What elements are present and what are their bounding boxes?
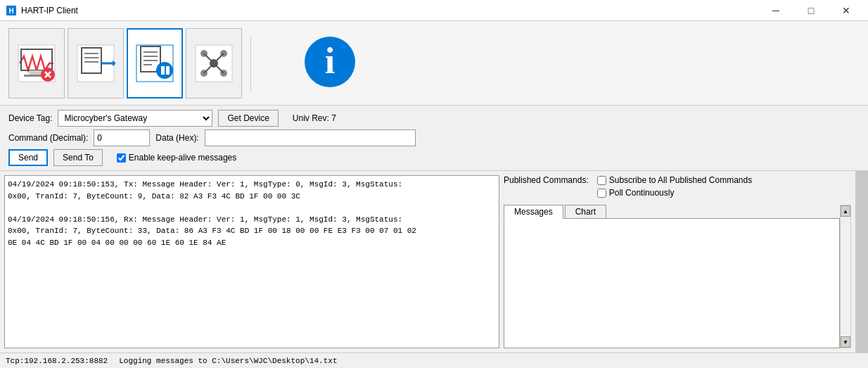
right-panel-inner: Messages Chart ▲ ▼ xyxy=(504,205,851,348)
command-label: Command (Decimal): xyxy=(8,133,88,143)
published-checkboxes: Subscribe to All Published Commands Poll… xyxy=(597,175,752,198)
form-area: Device Tag: Microcyber's Gateway Get Dev… xyxy=(0,106,868,171)
svg-rect-10 xyxy=(82,48,101,73)
scroll-thumb xyxy=(841,217,850,336)
poll-row: Poll Continuously xyxy=(597,188,752,198)
tab-messages[interactable]: Messages xyxy=(504,205,563,219)
device-tag-select[interactable]: Microcyber's Gateway xyxy=(58,110,212,127)
right-scrollbar[interactable]: ▲ ▼ xyxy=(840,205,851,348)
right-panel: Published Commands: Subscribe to All Pub… xyxy=(504,171,855,353)
device-tag-label: Device Tag: xyxy=(8,113,52,123)
command-input[interactable] xyxy=(94,129,150,146)
subscribe-row: Subscribe to All Published Commands xyxy=(597,175,752,185)
network-icon xyxy=(194,44,234,83)
scroll-up-arrow[interactable]: ▲ xyxy=(841,205,850,217)
keep-alive-checkbox[interactable] xyxy=(117,153,126,163)
close-button[interactable]: ✕ xyxy=(830,0,862,21)
info-icon: i xyxy=(302,34,358,90)
svg-rect-24 xyxy=(166,66,170,75)
log-line-6: 0E 04 4C BD 1F 00 04 00 00 00 60 1E 60 1… xyxy=(8,237,496,249)
data-hex-input[interactable] xyxy=(205,129,416,146)
data-hex-label: Data (Hex): xyxy=(155,133,198,143)
subscribe-checkbox[interactable] xyxy=(597,176,606,185)
log-line-4: 04/19/2024 09:18:50:156, Rx: Message Hea… xyxy=(8,214,496,226)
tabs-container: Messages Chart xyxy=(504,205,840,219)
univ-rev-label: Univ Rev: 7 xyxy=(293,113,336,123)
app-icon: H xyxy=(6,5,17,16)
svg-rect-23 xyxy=(161,66,165,75)
send-to-button[interactable]: Send To xyxy=(53,149,103,166)
device-tag-row: Device Tag: Microcyber's Gateway Get Dev… xyxy=(8,110,860,127)
scroll-down-arrow[interactable]: ▼ xyxy=(841,336,850,348)
keep-alive-label: Enable keep-alive messages xyxy=(129,153,236,163)
published-commands-label: Published Commands: xyxy=(504,175,589,185)
published-row: Published Commands: Subscribe to All Pub… xyxy=(504,175,851,202)
keep-alive-row: Enable keep-alive messages xyxy=(117,153,236,163)
svg-text:H: H xyxy=(8,7,13,15)
active-icon xyxy=(135,44,174,83)
tab-content-messages[interactable] xyxy=(504,219,840,348)
toolbar-active-button[interactable] xyxy=(127,28,183,99)
command-row: Command (Decimal): Data (Hex): xyxy=(8,129,860,146)
far-right-bar xyxy=(855,171,868,353)
title-bar: H HART-IP Client ─ □ ✕ xyxy=(0,0,868,21)
toolbar-network-button[interactable] xyxy=(186,28,242,99)
get-device-button[interactable]: Get Device xyxy=(218,110,278,127)
subscribe-label: Subscribe to All Published Commands xyxy=(609,175,752,185)
toolbar-disconnect-button[interactable] xyxy=(8,28,65,99)
tab-chart[interactable]: Chart xyxy=(565,205,606,218)
log-line-2: 0x00, TranId: 7, ByteCount: 9, Data: 82 … xyxy=(8,191,496,203)
disconnect-icon xyxy=(17,44,56,83)
poll-checkbox[interactable] xyxy=(597,189,606,198)
log-line-1: 04/19/2024 09:18:50:153, Tx: Message Hea… xyxy=(8,179,496,191)
toolbar: i xyxy=(0,21,868,106)
right-panel-main: Messages Chart xyxy=(504,205,840,348)
window-controls: ─ □ ✕ xyxy=(760,0,862,21)
info-button[interactable]: i xyxy=(302,34,358,92)
minimize-button[interactable]: ─ xyxy=(760,0,792,21)
sendfile-icon xyxy=(76,44,115,83)
app-title: HART-IP Client xyxy=(21,6,78,15)
log-line-3 xyxy=(8,202,496,214)
svg-text:i: i xyxy=(325,41,335,81)
toolbar-sendfile-button[interactable] xyxy=(68,28,124,99)
send-row: Send Send To Enable keep-alive messages xyxy=(8,149,860,166)
logging-status: Logging messages to C:\Users\WJC\Desktop… xyxy=(119,357,337,365)
message-log[interactable]: 04/19/2024 09:18:50:153, Tx: Message Hea… xyxy=(4,175,499,348)
log-line-5: 0x00, TranId: 7, ByteCount: 33, Data: 86… xyxy=(8,225,496,237)
connection-status: Tcp:192.168.2.253:8882 xyxy=(6,357,108,365)
send-button[interactable]: Send xyxy=(8,149,48,166)
toolbar-divider xyxy=(250,35,251,91)
status-bar: Tcp:192.168.2.253:8882 Logging messages … xyxy=(0,353,868,368)
body-split: 04/19/2024 09:18:50:153, Tx: Message Hea… xyxy=(0,171,868,353)
maximize-button[interactable]: □ xyxy=(795,0,827,21)
poll-label: Poll Continuously xyxy=(609,188,675,198)
